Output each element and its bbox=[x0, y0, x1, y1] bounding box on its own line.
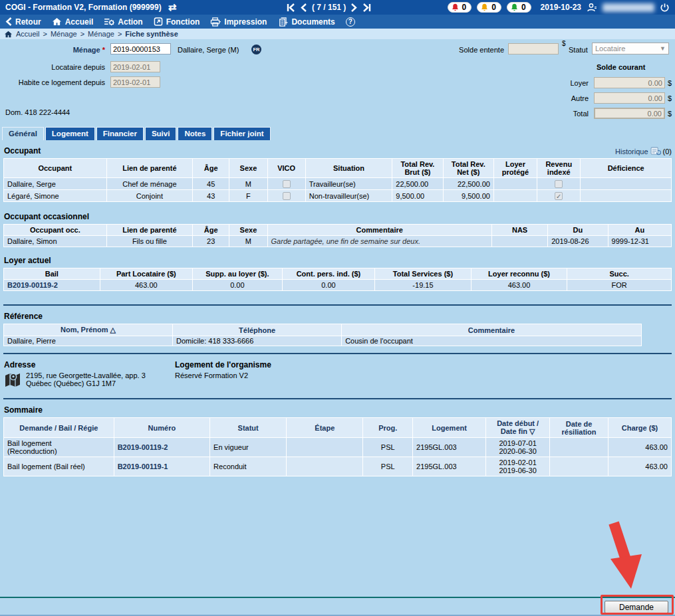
refresh-icon[interactable]: ⇄ bbox=[168, 1, 177, 13]
logout-icon[interactable] bbox=[660, 3, 670, 13]
column-header[interactable]: Du bbox=[548, 225, 608, 236]
breadcrumb-menage-2[interactable]: Ménage bbox=[88, 30, 114, 38]
table-row[interactable]: Dallaire, SimonFils ou fille23MGarde par… bbox=[4, 236, 672, 247]
menu-retour[interactable]: Retour bbox=[5, 17, 41, 27]
column-header[interactable]: Demande / Bail / Régie bbox=[4, 418, 114, 438]
app-title: COGI - Formation V2, Formation (999999) bbox=[5, 3, 162, 12]
language-fr-badge: FR bbox=[251, 45, 261, 54]
head-of-household-name: Dallaire, Serge (M) bbox=[178, 46, 239, 54]
locataire-depuis-label: Locataire depuis bbox=[0, 63, 105, 71]
column-header[interactable]: Déficience bbox=[581, 159, 672, 178]
column-header[interactable]: Loyer reconnu ($) bbox=[471, 268, 567, 280]
home-icon[interactable] bbox=[4, 31, 13, 38]
table-cell: Légaré, Simone bbox=[4, 190, 107, 202]
column-header[interactable]: VICO bbox=[267, 159, 305, 178]
table-cell bbox=[493, 190, 537, 202]
breadcrumb-separator: > bbox=[118, 30, 122, 38]
historique-icon[interactable] bbox=[650, 147, 661, 156]
column-header[interactable]: Étape bbox=[287, 418, 363, 438]
column-header[interactable]: Nom, Prénom △ bbox=[4, 324, 173, 336]
column-header[interactable]: Lien de parenté bbox=[106, 159, 193, 178]
menu-impression[interactable]: Impression bbox=[210, 17, 267, 27]
column-header[interactable]: Statut bbox=[210, 418, 287, 438]
alert-red-badge[interactable]: 0 bbox=[448, 2, 472, 13]
last-record-icon[interactable] bbox=[362, 3, 372, 12]
column-header[interactable]: Total Services ($) bbox=[375, 268, 472, 280]
checkbox-unchecked[interactable] bbox=[283, 180, 291, 188]
column-header[interactable]: Sexe bbox=[229, 225, 267, 236]
record-link[interactable]: B2019-00119-2 bbox=[118, 443, 168, 451]
table-row[interactable]: Bail logement (Bail réel)B2019-00119-1Re… bbox=[4, 457, 672, 476]
tab-general[interactable]: Général bbox=[2, 127, 44, 140]
column-header[interactable]: Occupant occ. bbox=[4, 225, 107, 236]
tab-fichier-joint[interactable]: Fichier joint bbox=[213, 127, 270, 140]
column-header[interactable]: Au bbox=[608, 225, 671, 236]
table-cell bbox=[493, 178, 537, 190]
menu-fonction[interactable]: Fonction bbox=[154, 17, 200, 27]
menu-documents[interactable]: Documents bbox=[277, 17, 335, 27]
alert-green-badge[interactable]: 0 bbox=[507, 2, 531, 13]
table-row[interactable]: Dallaire, SergeChef de ménage45MTravaill… bbox=[4, 178, 672, 190]
tab-logement[interactable]: Logement bbox=[45, 127, 95, 140]
column-header[interactable]: Supp. au loyer ($). bbox=[193, 268, 283, 280]
column-header[interactable]: Téléphone bbox=[173, 324, 342, 336]
table-cell: 463.00 bbox=[100, 280, 193, 291]
statut-select[interactable]: Locataire ▼ bbox=[592, 43, 669, 54]
required-asterisk: * bbox=[102, 46, 105, 54]
record-link[interactable]: B2019-00119-2 bbox=[7, 281, 58, 289]
column-header[interactable]: Charge ($) bbox=[608, 418, 672, 438]
column-header[interactable]: NAS bbox=[491, 225, 547, 236]
menage-input[interactable] bbox=[110, 43, 171, 54]
previous-record-icon[interactable] bbox=[300, 3, 307, 12]
next-record-icon[interactable] bbox=[350, 3, 358, 12]
table-row[interactable]: Bail logement (Reconduction)B2019-00119-… bbox=[4, 438, 672, 457]
user-icon[interactable] bbox=[587, 3, 597, 13]
column-header[interactable]: Total Rev. Brut ($) bbox=[392, 159, 443, 178]
column-header[interactable]: Sexe bbox=[229, 159, 267, 178]
column-header[interactable]: Total Rev. Net ($) bbox=[443, 159, 493, 178]
table-cell: 2019-07-01 2020-06-30 bbox=[486, 438, 550, 457]
column-header[interactable]: Prog. bbox=[363, 418, 413, 438]
tab-notes[interactable]: Notes bbox=[178, 127, 212, 140]
menu-accueil[interactable]: Accueil bbox=[52, 17, 94, 27]
help-icon[interactable]: ? bbox=[346, 17, 355, 27]
column-header[interactable]: Commentaire bbox=[342, 324, 642, 336]
column-header[interactable]: Cont. pers. ind. ($) bbox=[282, 268, 375, 280]
column-header[interactable]: Loyer protégé bbox=[493, 159, 537, 178]
column-header[interactable]: Succ. bbox=[567, 268, 672, 280]
column-header[interactable]: Logement bbox=[413, 418, 486, 438]
demande-button[interactable]: Demande bbox=[605, 601, 668, 613]
occupant-table: OccupantLien de parentéÂgeSexeVICOSituat… bbox=[3, 158, 672, 202]
alert-yellow-badge[interactable]: 0 bbox=[477, 2, 501, 13]
column-header[interactable]: Date début / Date fin ▽ bbox=[486, 418, 550, 438]
checkbox-unchecked[interactable] bbox=[555, 180, 563, 188]
table-row[interactable]: Dallaire, PierreDomicile: 418 333-6666Co… bbox=[4, 336, 642, 346]
autre-input bbox=[594, 92, 665, 104]
column-header[interactable]: Lien de parenté bbox=[106, 225, 193, 236]
column-header[interactable]: Situation bbox=[305, 159, 392, 178]
checkbox-checked[interactable]: ✓ bbox=[555, 192, 563, 200]
tab-strip: Général Logement Financier Suivi Notes F… bbox=[2, 127, 271, 140]
tab-suivi[interactable]: Suivi bbox=[145, 127, 176, 140]
column-header[interactable]: Bail bbox=[4, 268, 100, 280]
column-header[interactable]: Part Locataire ($) bbox=[100, 268, 193, 280]
first-record-icon[interactable] bbox=[286, 3, 295, 12]
column-header[interactable]: Date de résiliation bbox=[550, 418, 608, 438]
table-cell: 22,500.00 bbox=[443, 178, 493, 190]
currency-sign: $ bbox=[562, 40, 566, 47]
breadcrumb-accueil[interactable]: Accueil bbox=[16, 30, 39, 38]
table-row[interactable]: Légaré, SimoneConjoint43FNon-travailleur… bbox=[4, 190, 672, 202]
tab-financier[interactable]: Financier bbox=[96, 127, 144, 140]
column-header[interactable]: Occupant bbox=[4, 159, 107, 178]
table-cell: Cousin de l'occupant bbox=[342, 336, 642, 346]
menu-action[interactable]: Action bbox=[104, 17, 142, 27]
table-row[interactable]: B2019-00119-2463.000.000.00-19.15463.00F… bbox=[4, 280, 672, 291]
record-link[interactable]: B2019-00119-1 bbox=[118, 462, 168, 470]
checkbox-unchecked[interactable] bbox=[283, 192, 291, 200]
column-header[interactable]: Âge bbox=[193, 159, 229, 178]
column-header[interactable]: Revenu indexé bbox=[537, 159, 581, 178]
column-header[interactable]: Numéro bbox=[114, 418, 209, 438]
breadcrumb-menage-1[interactable]: Ménage bbox=[51, 30, 77, 38]
column-header[interactable]: Âge bbox=[193, 225, 229, 236]
column-header[interactable]: Commentaire bbox=[267, 225, 491, 236]
